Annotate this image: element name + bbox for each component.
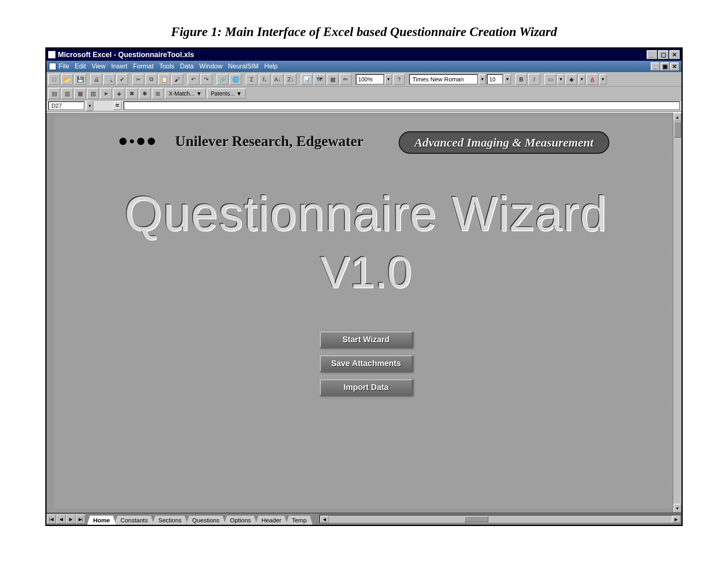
- help-icon[interactable]: ?: [393, 74, 405, 85]
- name-box[interactable]: D27: [48, 101, 85, 110]
- cut-icon[interactable]: ✂: [132, 74, 144, 85]
- print-preview-icon[interactable]: 🔍: [103, 74, 115, 85]
- borders-dropdown-icon[interactable]: ▼: [557, 74, 565, 85]
- custom-tool-3-icon[interactable]: ▦: [74, 88, 86, 99]
- font-name-input[interactable]: Times New Roman: [409, 74, 478, 85]
- menu-data[interactable]: Data: [180, 63, 194, 70]
- menu-neuralsim[interactable]: NeuralSIM: [228, 63, 259, 70]
- custom-tool-1-icon[interactable]: ▤: [48, 88, 60, 99]
- close-button[interactable]: ✕: [669, 50, 680, 59]
- copy-icon[interactable]: ⧉: [145, 74, 157, 85]
- vscroll-thumb[interactable]: [674, 121, 681, 138]
- pivottable-icon[interactable]: ▦: [327, 74, 339, 85]
- bold-icon[interactable]: B: [515, 74, 527, 85]
- menu-window[interactable]: Window: [200, 63, 223, 70]
- zoom-input[interactable]: 100%: [356, 74, 384, 85]
- scroll-up-icon[interactable]: ▲: [673, 113, 681, 121]
- redo-icon[interactable]: ↷: [200, 74, 212, 85]
- horizontal-scrollbar[interactable]: ◀ ▶: [319, 515, 681, 524]
- tab-first-icon[interactable]: |◀: [47, 514, 56, 524]
- app-title: Questionnaire Wizard: [55, 185, 677, 241]
- action-buttons: Start Wizard Save Attachments Import Dat…: [55, 331, 677, 396]
- import-data-button[interactable]: Import Data: [320, 379, 413, 396]
- custom-tool-7-icon[interactable]: ✖: [126, 88, 138, 99]
- borders-icon[interactable]: ▭: [544, 74, 556, 85]
- xmatch-button[interactable]: X-Match...▼: [165, 88, 206, 99]
- print-icon[interactable]: 🖨: [90, 74, 102, 85]
- custom-tool-2-icon[interactable]: ▥: [61, 88, 73, 99]
- vertical-scrollbar[interactable]: ▲ ▼: [673, 113, 681, 513]
- custom-toolbar: ▤ ▥ ▦ ▧ ➤ ◈ ✖ ✱ ⊞ X-Match...▼ Patents...…: [47, 87, 681, 100]
- new-icon[interactable]: □: [48, 74, 60, 85]
- fill-color-icon[interactable]: ◆: [565, 74, 577, 85]
- font-dropdown-icon[interactable]: ▼: [479, 74, 486, 85]
- menu-format[interactable]: Format: [133, 63, 154, 70]
- minimize-button[interactable]: _: [647, 50, 657, 59]
- tab-next-icon[interactable]: ▶: [66, 514, 76, 524]
- sheet-tab-sections[interactable]: Sections: [152, 515, 188, 525]
- sheet-tab-home[interactable]: Home: [87, 515, 116, 525]
- header-banner: Unilever Research, Edgewater: [119, 133, 364, 150]
- formula-input[interactable]: [123, 101, 680, 110]
- menu-file[interactable]: File: [59, 63, 69, 70]
- fill-dropdown-icon[interactable]: ▼: [578, 74, 586, 85]
- custom-tool-6-icon[interactable]: ◈: [113, 88, 125, 99]
- italic-icon[interactable]: I: [528, 74, 540, 85]
- sheet-tab-options[interactable]: Options: [224, 515, 257, 525]
- menu-tools[interactable]: Tools: [159, 63, 174, 70]
- workbook-minimize-button[interactable]: _: [651, 62, 660, 70]
- custom-tool-5-icon[interactable]: ➤: [100, 88, 112, 99]
- sheet-tabs: Home Constants Sections Questions Option…: [87, 513, 311, 525]
- start-wizard-button[interactable]: Start Wizard: [320, 331, 413, 348]
- map-icon[interactable]: 🗺: [314, 74, 326, 85]
- save-icon[interactable]: 💾: [74, 74, 86, 85]
- function-icon[interactable]: fₓ: [259, 74, 271, 85]
- background-texture: [55, 117, 677, 509]
- menu-view[interactable]: View: [91, 63, 105, 70]
- workbook-close-button[interactable]: ✕: [670, 62, 679, 70]
- scroll-left-icon[interactable]: ◀: [320, 515, 329, 523]
- patents-button[interactable]: Patents...▼: [207, 88, 246, 99]
- drawing-icon[interactable]: ✏: [340, 74, 352, 85]
- save-attachments-button[interactable]: Save Attachments: [320, 355, 413, 372]
- hyperlink-icon[interactable]: 🔗: [216, 74, 229, 85]
- sheet-tab-temp[interactable]: Temp: [286, 515, 313, 525]
- custom-tool-9-icon[interactable]: ⊞: [152, 88, 164, 99]
- menu-insert[interactable]: Insert: [111, 63, 127, 70]
- font-color-icon[interactable]: A: [586, 74, 599, 85]
- sort-desc-icon[interactable]: Z↓: [284, 74, 297, 85]
- fontcolor-dropdown-icon[interactable]: ▼: [599, 74, 607, 85]
- formula-bar: D27 ▼ =: [47, 100, 681, 112]
- autosum-icon[interactable]: Σ: [246, 74, 258, 85]
- sort-asc-icon[interactable]: A↓: [272, 74, 284, 85]
- format-painter-icon[interactable]: 🖌: [171, 74, 183, 85]
- web-toolbar-icon[interactable]: 🌐: [229, 74, 242, 85]
- zoom-dropdown-icon[interactable]: ▼: [385, 74, 392, 85]
- sheet-tab-questions[interactable]: Questions: [186, 515, 226, 525]
- scroll-down-icon[interactable]: ▼: [673, 504, 681, 513]
- tab-prev-icon[interactable]: ◀: [56, 514, 66, 524]
- open-icon[interactable]: 📂: [61, 74, 73, 85]
- undo-icon[interactable]: ↶: [187, 74, 200, 85]
- hscroll-thumb[interactable]: [464, 516, 488, 522]
- figure-caption: Figure 1: Main Interface of Excel based …: [12, 24, 716, 39]
- menu-help[interactable]: Help: [264, 63, 278, 70]
- namebox-dropdown-icon[interactable]: ▼: [86, 100, 93, 111]
- spellcheck-icon[interactable]: ✔: [116, 74, 128, 85]
- workbook-restore-button[interactable]: ▣: [660, 62, 669, 70]
- worksheet-area: Unilever Research, Edgewater Advanced Im…: [47, 112, 681, 513]
- maximize-button[interactable]: ▢: [658, 50, 669, 59]
- chart-wizard-icon[interactable]: 📊: [301, 74, 313, 85]
- menu-edit[interactable]: Edit: [75, 63, 86, 70]
- paste-icon[interactable]: 📋: [158, 74, 170, 85]
- custom-tool-4-icon[interactable]: ▧: [87, 88, 99, 99]
- custom-tool-8-icon[interactable]: ✱: [139, 88, 151, 99]
- formula-equals-button[interactable]: =: [113, 101, 122, 110]
- sheet-tab-header[interactable]: Header: [255, 515, 287, 525]
- size-dropdown-icon[interactable]: ▼: [504, 74, 511, 85]
- scroll-right-icon[interactable]: ▶: [672, 515, 681, 523]
- sheet-tab-constants[interactable]: Constants: [115, 515, 154, 525]
- font-size-input[interactable]: 10: [487, 74, 503, 85]
- tab-last-icon[interactable]: ▶|: [76, 514, 85, 524]
- standard-toolbar: □ 📂 💾 🖨 🔍 ✔ ✂ ⧉ 📋 🖌 ↶ ↷ 🔗 🌐 Σ fₓ A↓ Z↓ 📊…: [47, 72, 681, 87]
